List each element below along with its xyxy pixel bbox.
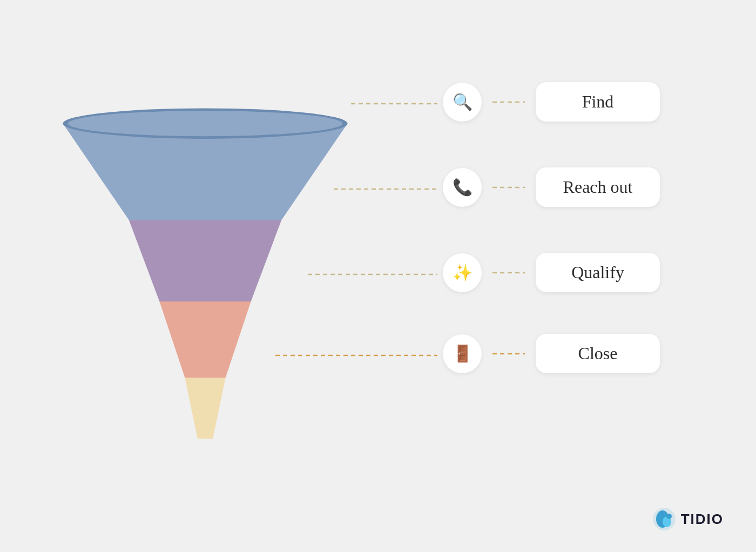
main-container: 🔍 Find 📞 Reach out ✨ Qualify [0, 0, 756, 552]
tidio-icon [653, 508, 676, 530]
tidio-logo: TIDIO [653, 508, 724, 530]
step-qualify: ✨ Qualify [443, 253, 660, 292]
magnifying-glass-icon: 🔍 [453, 92, 473, 111]
inner-connector-reach-out [492, 186, 525, 189]
step-close: 🚪 Close [443, 334, 660, 373]
svg-point-11 [666, 514, 672, 519]
close-label-text: Close [578, 344, 618, 363]
label-close: Close [536, 334, 660, 373]
reach-out-label-text: Reach out [563, 177, 633, 197]
funnel-layer-close [185, 378, 225, 439]
inner-connector-find [492, 101, 525, 103]
funnel-top-ellipse-inner [68, 111, 342, 136]
funnel-svg [54, 103, 356, 449]
tidio-label: TIDIO [681, 511, 724, 528]
label-reach-out: Reach out [536, 167, 660, 207]
step-find: 🔍 Find [443, 82, 660, 122]
find-icon-circle: 🔍 [443, 83, 482, 122]
label-find: Find [536, 82, 660, 122]
qualify-label-text: Qualify [571, 262, 624, 282]
find-label-text: Find [582, 92, 614, 111]
funnel-layer-reach-out [129, 220, 281, 301]
step-reach-out: 📞 Reach out [443, 167, 660, 207]
funnel-area [54, 103, 356, 449]
sparkles-icon: ✨ [453, 263, 473, 282]
label-qualify: Qualify [536, 253, 660, 292]
funnel-layer-qualify [159, 301, 251, 378]
phone-icon: 📞 [453, 178, 473, 197]
reach-out-icon-circle: 📞 [443, 168, 482, 207]
close-icon-circle: 🚪 [443, 334, 482, 373]
door-icon: 🚪 [453, 344, 473, 363]
qualify-icon-circle: ✨ [443, 253, 482, 292]
inner-connector-qualify [492, 272, 525, 274]
inner-connector-close [492, 353, 525, 355]
